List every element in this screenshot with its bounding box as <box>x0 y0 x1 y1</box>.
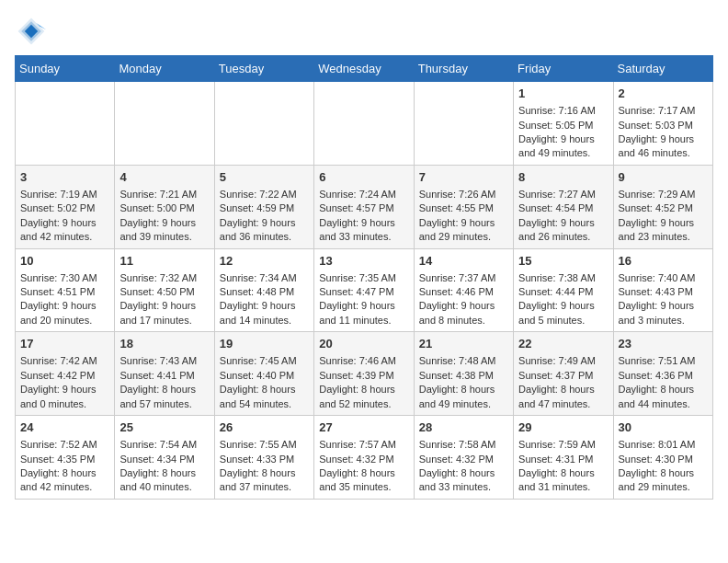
day-info: Sunrise: 7:24 AM Sunset: 4:57 PM Dayligh… <box>319 188 408 245</box>
day-info: Sunrise: 7:38 AM Sunset: 4:44 PM Dayligh… <box>518 271 608 328</box>
day-info: Sunrise: 7:34 AM Sunset: 4:48 PM Dayligh… <box>220 271 309 328</box>
calendar-cell: 10Sunrise: 7:30 AM Sunset: 4:51 PM Dayli… <box>16 248 115 332</box>
calendar-cell <box>115 82 214 166</box>
calendar-week-row: 24Sunrise: 7:52 AM Sunset: 4:35 PM Dayli… <box>16 416 713 500</box>
calendar-cell: 24Sunrise: 7:52 AM Sunset: 4:35 PM Dayli… <box>16 416 115 500</box>
calendar-cell: 19Sunrise: 7:45 AM Sunset: 4:40 PM Dayli… <box>214 332 313 416</box>
calendar-cell: 15Sunrise: 7:38 AM Sunset: 4:44 PM Dayli… <box>514 248 613 332</box>
day-number: 15 <box>518 253 608 270</box>
day-of-week-header: Friday <box>514 56 613 82</box>
day-info: Sunrise: 7:35 AM Sunset: 4:47 PM Dayligh… <box>319 271 408 328</box>
day-info: Sunrise: 7:27 AM Sunset: 4:54 PM Dayligh… <box>518 188 608 245</box>
calendar-cell: 6Sunrise: 7:24 AM Sunset: 4:57 PM Daylig… <box>314 165 414 248</box>
day-info: Sunrise: 7:45 AM Sunset: 4:40 PM Dayligh… <box>220 354 309 411</box>
day-number: 9 <box>619 169 708 186</box>
day-info: Sunrise: 7:21 AM Sunset: 5:00 PM Dayligh… <box>119 188 209 245</box>
calendar-cell: 18Sunrise: 7:43 AM Sunset: 4:41 PM Dayli… <box>115 332 214 416</box>
day-number: 2 <box>619 86 708 102</box>
page-header <box>15 15 713 48</box>
calendar-cell: 29Sunrise: 7:59 AM Sunset: 4:31 PM Dayli… <box>514 416 613 500</box>
calendar-cell: 9Sunrise: 7:29 AM Sunset: 4:52 PM Daylig… <box>613 165 712 248</box>
day-number: 14 <box>419 253 508 270</box>
calendar-cell: 7Sunrise: 7:26 AM Sunset: 4:55 PM Daylig… <box>414 165 513 248</box>
day-number: 13 <box>319 253 408 270</box>
logo <box>15 15 51 48</box>
day-of-week-header: Saturday <box>613 56 712 82</box>
day-info: Sunrise: 7:55 AM Sunset: 4:33 PM Dayligh… <box>220 438 309 495</box>
day-info: Sunrise: 7:52 AM Sunset: 4:35 PM Dayligh… <box>20 438 109 495</box>
day-info: Sunrise: 7:43 AM Sunset: 4:41 PM Dayligh… <box>119 354 209 411</box>
day-number: 16 <box>619 253 708 270</box>
day-info: Sunrise: 7:16 AM Sunset: 5:05 PM Dayligh… <box>518 104 608 161</box>
day-number: 26 <box>220 419 309 436</box>
day-info: Sunrise: 8:01 AM Sunset: 4:30 PM Dayligh… <box>619 438 708 495</box>
day-info: Sunrise: 7:58 AM Sunset: 4:32 PM Dayligh… <box>419 438 508 495</box>
calendar-cell: 25Sunrise: 7:54 AM Sunset: 4:34 PM Dayli… <box>115 416 214 500</box>
day-info: Sunrise: 7:54 AM Sunset: 4:34 PM Dayligh… <box>119 438 209 495</box>
calendar-cell: 26Sunrise: 7:55 AM Sunset: 4:33 PM Dayli… <box>214 416 313 500</box>
calendar-cell: 17Sunrise: 7:42 AM Sunset: 4:42 PM Dayli… <box>16 332 115 416</box>
day-info: Sunrise: 7:19 AM Sunset: 5:02 PM Dayligh… <box>20 188 109 245</box>
calendar-cell: 27Sunrise: 7:57 AM Sunset: 4:32 PM Dayli… <box>314 416 414 500</box>
day-info: Sunrise: 7:51 AM Sunset: 4:36 PM Dayligh… <box>619 354 708 411</box>
day-info: Sunrise: 7:17 AM Sunset: 5:03 PM Dayligh… <box>619 104 708 161</box>
calendar-cell: 13Sunrise: 7:35 AM Sunset: 4:47 PM Dayli… <box>314 248 414 332</box>
day-number: 17 <box>20 336 109 352</box>
day-info: Sunrise: 7:29 AM Sunset: 4:52 PM Dayligh… <box>619 188 708 245</box>
calendar-header-row: SundayMondayTuesdayWednesdayThursdayFrid… <box>16 56 713 82</box>
calendar-cell <box>314 82 414 166</box>
day-number: 4 <box>119 169 209 186</box>
calendar-cell: 2Sunrise: 7:17 AM Sunset: 5:03 PM Daylig… <box>613 82 712 166</box>
day-info: Sunrise: 7:32 AM Sunset: 4:50 PM Dayligh… <box>119 271 209 328</box>
day-info: Sunrise: 7:30 AM Sunset: 4:51 PM Dayligh… <box>20 271 109 328</box>
calendar-cell: 14Sunrise: 7:37 AM Sunset: 4:46 PM Dayli… <box>414 248 513 332</box>
day-number: 30 <box>619 419 708 436</box>
calendar-week-row: 17Sunrise: 7:42 AM Sunset: 4:42 PM Dayli… <box>16 332 713 416</box>
calendar-cell: 21Sunrise: 7:48 AM Sunset: 4:38 PM Dayli… <box>414 332 513 416</box>
day-number: 5 <box>220 169 309 186</box>
day-number: 29 <box>518 419 608 436</box>
day-number: 10 <box>20 253 109 270</box>
day-info: Sunrise: 7:26 AM Sunset: 4:55 PM Dayligh… <box>419 188 508 245</box>
day-number: 18 <box>119 336 209 352</box>
calendar-table: SundayMondayTuesdayWednesdayThursdayFrid… <box>15 55 713 500</box>
calendar-cell: 8Sunrise: 7:27 AM Sunset: 4:54 PM Daylig… <box>514 165 613 248</box>
calendar-week-row: 3Sunrise: 7:19 AM Sunset: 5:02 PM Daylig… <box>16 165 713 248</box>
day-number: 12 <box>220 253 309 270</box>
day-number: 20 <box>319 336 408 352</box>
day-of-week-header: Monday <box>115 56 214 82</box>
day-info: Sunrise: 7:42 AM Sunset: 4:42 PM Dayligh… <box>20 354 109 411</box>
day-number: 3 <box>20 169 109 186</box>
day-of-week-header: Sunday <box>16 56 115 82</box>
day-number: 28 <box>419 419 508 436</box>
day-of-week-header: Wednesday <box>314 56 414 82</box>
day-of-week-header: Tuesday <box>214 56 313 82</box>
calendar-cell <box>214 82 313 166</box>
day-number: 6 <box>319 169 408 186</box>
day-info: Sunrise: 7:48 AM Sunset: 4:38 PM Dayligh… <box>419 354 508 411</box>
calendar-cell: 11Sunrise: 7:32 AM Sunset: 4:50 PM Dayli… <box>115 248 214 332</box>
calendar-cell <box>16 82 115 166</box>
calendar-cell: 5Sunrise: 7:22 AM Sunset: 4:59 PM Daylig… <box>214 165 313 248</box>
day-info: Sunrise: 7:46 AM Sunset: 4:39 PM Dayligh… <box>319 354 408 411</box>
calendar-cell: 16Sunrise: 7:40 AM Sunset: 4:43 PM Dayli… <box>613 248 712 332</box>
day-number: 25 <box>119 419 209 436</box>
calendar-cell: 30Sunrise: 8:01 AM Sunset: 4:30 PM Dayli… <box>613 416 712 500</box>
day-of-week-header: Thursday <box>414 56 513 82</box>
day-number: 22 <box>518 336 608 352</box>
day-number: 27 <box>319 419 408 436</box>
calendar-week-row: 10Sunrise: 7:30 AM Sunset: 4:51 PM Dayli… <box>16 248 713 332</box>
calendar-cell: 22Sunrise: 7:49 AM Sunset: 4:37 PM Dayli… <box>514 332 613 416</box>
calendar-cell: 20Sunrise: 7:46 AM Sunset: 4:39 PM Dayli… <box>314 332 414 416</box>
day-number: 19 <box>220 336 309 352</box>
calendar-cell: 12Sunrise: 7:34 AM Sunset: 4:48 PM Dayli… <box>214 248 313 332</box>
logo-icon <box>15 15 48 48</box>
calendar-week-row: 1Sunrise: 7:16 AM Sunset: 5:05 PM Daylig… <box>16 82 713 166</box>
day-info: Sunrise: 7:40 AM Sunset: 4:43 PM Dayligh… <box>619 271 708 328</box>
day-info: Sunrise: 7:37 AM Sunset: 4:46 PM Dayligh… <box>419 271 508 328</box>
day-number: 23 <box>619 336 708 352</box>
day-number: 21 <box>419 336 508 352</box>
day-number: 1 <box>518 86 608 102</box>
calendar-cell: 1Sunrise: 7:16 AM Sunset: 5:05 PM Daylig… <box>514 82 613 166</box>
calendar-cell: 28Sunrise: 7:58 AM Sunset: 4:32 PM Dayli… <box>414 416 513 500</box>
